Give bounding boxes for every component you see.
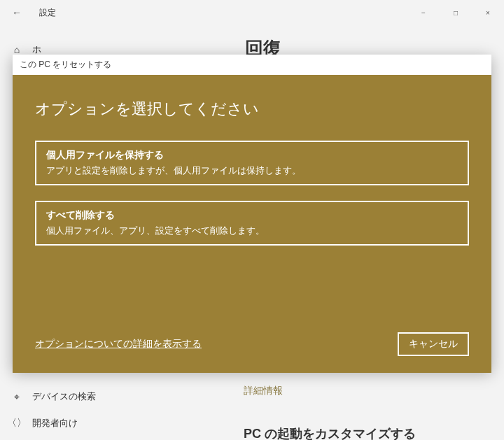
reset-dialog: この PC をリセットする オプションを選択してください 個人用ファイルを保持す…	[13, 55, 491, 371]
code-icon: 〈〉	[11, 417, 22, 430]
sidebar-item-developer[interactable]: 〈〉 開発者向け	[11, 410, 96, 437]
home-icon: ⌂	[11, 44, 22, 55]
window-title: 設定	[39, 7, 56, 19]
option-desc: 個人用ファイル、アプリ、設定をすべて削除します。	[46, 225, 458, 237]
location-icon: ⌖	[11, 391, 22, 403]
titlebar: ← 設定 − □ ×	[0, 0, 504, 25]
option-title: 個人用ファイルを保持する	[46, 149, 458, 162]
minimize-button[interactable]: −	[407, 1, 440, 24]
option-title: すべて削除する	[46, 209, 458, 222]
close-button[interactable]: ×	[472, 1, 504, 24]
more-options-link[interactable]: オプションについての詳細を表示する	[35, 338, 202, 350]
detail-info-link[interactable]: 詳細情報	[244, 385, 416, 397]
option-remove-all[interactable]: すべて削除する 個人用ファイル、アプリ、設定をすべて削除します。	[35, 201, 469, 246]
dialog-title: オプションを選択してください	[35, 99, 469, 120]
option-desc: アプリと設定を削除しますが、個人用ファイルは保持します。	[46, 164, 458, 177]
sidebar-item-label: 開発者向け	[32, 417, 78, 430]
dialog-header: この PC をリセットする	[13, 55, 491, 75]
boot-customize-heading: PC の起動をカスタマイズする	[244, 425, 416, 440]
back-button[interactable]: ←	[6, 1, 28, 24]
maximize-button[interactable]: □	[440, 1, 472, 24]
sidebar-item-label: デバイスの検索	[32, 390, 96, 403]
cancel-button[interactable]: キャンセル	[398, 332, 469, 356]
sidebar-item-find-device[interactable]: ⌖ デバイスの検索	[11, 383, 96, 410]
option-keep-files[interactable]: 個人用ファイルを保持する アプリと設定を削除しますが、個人用ファイルは保持します…	[35, 141, 469, 185]
